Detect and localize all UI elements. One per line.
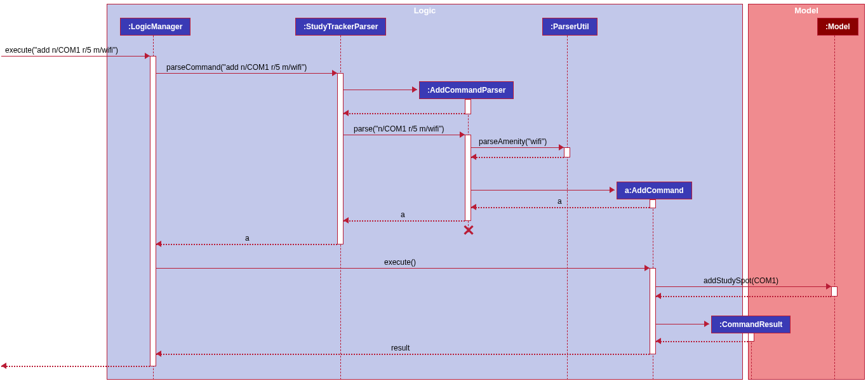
arrow-parse-amenity [559, 144, 564, 150]
label-parse: parse("n/COM1 r/5 m/wifi") [354, 124, 444, 133]
activation-add-command-parser-2 [465, 135, 471, 221]
label-parse-amenity: parseAmenity("wifi") [479, 137, 547, 146]
arrow-return-command-result [656, 338, 661, 344]
participant-parser-util: :ParserUtil [542, 18, 598, 36]
msg-return-parse-amenity [471, 157, 564, 158]
arrow-final-return [1, 363, 6, 369]
activation-add-command-parser-1 [465, 99, 471, 114]
arrow-create-command-result [704, 321, 709, 327]
package-model-label: Model [794, 6, 818, 15]
arrow-execute1 [145, 53, 150, 59]
msg-parse-command [156, 73, 337, 74]
label-return-a3: a [245, 234, 250, 243]
msg-execute2 [156, 268, 650, 269]
activation-add-command-1 [650, 199, 656, 208]
label-parse-command: parseCommand("add n/COM1 r/5 m/wifi") [166, 63, 307, 72]
arrow-return-a3 [156, 241, 161, 247]
arrow-add-study-spot [826, 283, 831, 290]
msg-result [156, 354, 650, 355]
label-add-study-spot: addStudySpot(COM1) [704, 276, 778, 285]
label-result: result [391, 344, 410, 352]
label-return-a1: a [558, 197, 562, 206]
label-execute2: execute() [384, 258, 416, 267]
arrow-return-acp-create [344, 110, 349, 116]
msg-return-acp-create [344, 113, 465, 114]
participant-model: :Model [817, 18, 858, 36]
arrow-create-add-command [610, 187, 615, 193]
msg-return-a2 [344, 220, 465, 222]
arrow-parse-command [332, 70, 337, 76]
activation-model [831, 286, 838, 297]
activation-logic-manager [150, 56, 156, 366]
msg-final-return [1, 366, 150, 367]
participant-command-result: :CommandResult [711, 316, 791, 333]
msg-create-command-result [656, 324, 709, 324]
msg-parse [344, 135, 465, 135]
participant-add-command: a:AddCommand [617, 182, 692, 199]
arrow-return-parse-amenity [471, 154, 476, 160]
msg-create-acp [344, 90, 417, 90]
msg-return-command-result [656, 341, 748, 342]
arrow-return-a1 [471, 204, 476, 210]
participant-study-tracker-parser: :StudyTrackerParser [295, 18, 386, 36]
lifeline-model [834, 36, 835, 380]
msg-return-a1 [471, 207, 650, 208]
arrow-return-add-study-spot [656, 293, 661, 299]
participant-add-command-parser: :AddCommandParser [419, 81, 514, 99]
activation-study-tracker-parser [337, 73, 344, 244]
destroy-add-command-parser: ✕ [462, 222, 475, 239]
label-return-a2: a [401, 210, 405, 219]
msg-execute1 [1, 56, 150, 57]
msg-parse-amenity [471, 147, 564, 148]
arrow-return-a2 [344, 217, 349, 224]
package-logic-label: Logic [414, 6, 436, 15]
activation-command-result [748, 333, 754, 342]
msg-return-add-study-spot [656, 296, 831, 297]
label-execute1: execute("add n/COM1 r/5 m/wifi") [5, 46, 118, 55]
activation-add-command-2 [650, 268, 656, 354]
arrow-result [156, 351, 161, 357]
arrow-create-acp [412, 86, 417, 93]
msg-return-a3 [156, 244, 337, 245]
msg-add-study-spot [656, 286, 831, 287]
participant-logic-manager: :LogicManager [120, 18, 190, 36]
arrow-execute2 [644, 265, 650, 271]
activation-parser-util [564, 147, 570, 157]
msg-create-add-command [471, 190, 615, 190]
arrow-parse [460, 131, 465, 138]
